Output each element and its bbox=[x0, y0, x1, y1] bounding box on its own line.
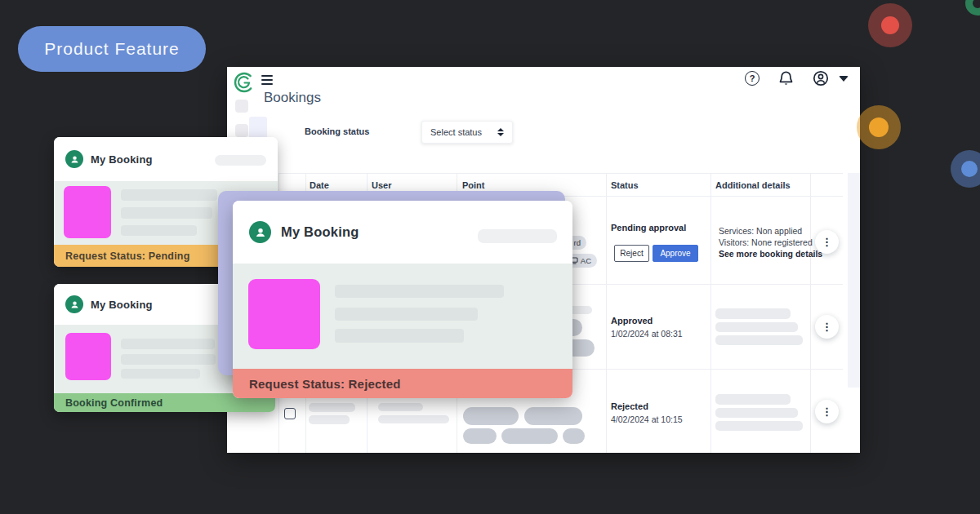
approve-button[interactable]: Approve bbox=[653, 245, 698, 262]
page-title: Bookings bbox=[264, 90, 321, 106]
placeholder-bar bbox=[715, 308, 791, 319]
placeholder-bar bbox=[121, 207, 212, 219]
placeholder-bar bbox=[121, 189, 217, 201]
placeholder-bar bbox=[378, 415, 449, 423]
row1-detail-visitors: Visitors: None registered bbox=[719, 237, 813, 248]
placeholder-bar bbox=[715, 408, 798, 418]
decorative-circle-green bbox=[965, 0, 980, 16]
placeholder-pill bbox=[501, 428, 558, 444]
status-bar-rejected: Request Status: Rejected bbox=[233, 369, 572, 398]
kebab-menu-icon: ⋮ bbox=[822, 405, 832, 418]
table-border bbox=[606, 173, 607, 453]
column-header-additional-details: Additional details bbox=[715, 180, 791, 190]
table-border bbox=[278, 173, 843, 174]
card-title: My Booking bbox=[281, 224, 359, 240]
row-menu-button[interactable]: ⋮ bbox=[815, 315, 839, 339]
placeholder-bar bbox=[335, 329, 464, 343]
select-arrows-icon bbox=[497, 128, 504, 136]
product-feature-badge: Product Feature bbox=[18, 26, 206, 72]
app-logo bbox=[234, 72, 255, 93]
column-header-point: Point bbox=[462, 180, 485, 190]
placeholder-bar bbox=[715, 394, 791, 405]
point-chip-label: rd bbox=[574, 238, 581, 247]
decorative-circle-orange-core bbox=[869, 117, 889, 137]
page: Product Feature ? bbox=[0, 0, 980, 514]
placeholder-pill bbox=[563, 428, 585, 444]
avatar-icon bbox=[249, 221, 271, 243]
placeholder-bar bbox=[121, 339, 215, 349]
hamburger-icon[interactable] bbox=[261, 75, 273, 85]
placeholder-bar bbox=[715, 322, 798, 332]
avatar-icon bbox=[65, 150, 83, 168]
table-border bbox=[710, 173, 711, 453]
placeholder-pill bbox=[463, 407, 519, 425]
placeholder-pill bbox=[463, 428, 497, 444]
row2-status: Approved bbox=[611, 316, 653, 326]
row-checkbox[interactable] bbox=[284, 408, 296, 419]
booking-image-placeholder bbox=[64, 186, 111, 238]
placeholder-bar bbox=[309, 403, 355, 412]
reject-button[interactable]: Reject bbox=[614, 245, 649, 262]
placeholder-bar bbox=[335, 285, 504, 298]
row3-status: Rejected bbox=[611, 401, 648, 411]
booking-image-placeholder bbox=[248, 279, 320, 349]
card-title: My Booking bbox=[91, 299, 153, 311]
column-header-date: Date bbox=[310, 180, 329, 190]
placeholder-bar bbox=[715, 335, 803, 345]
placeholder-bar bbox=[335, 308, 478, 321]
placeholder-pill bbox=[478, 229, 557, 243]
see-more-details-link[interactable]: See more booking details bbox=[719, 248, 822, 260]
status-select[interactable]: Select status bbox=[421, 121, 513, 144]
status-select-value: Select status bbox=[430, 127, 482, 137]
row2-timestamp: 1/02/2024 at 08:31 bbox=[611, 329, 683, 339]
table-border bbox=[810, 173, 811, 453]
booking-status-label: Booking status bbox=[305, 126, 369, 136]
kebab-menu-icon: ⋮ bbox=[822, 321, 832, 333]
account-button[interactable] bbox=[813, 70, 829, 86]
row-menu-button[interactable]: ⋮ bbox=[815, 400, 839, 423]
card-title: My Booking bbox=[91, 153, 153, 166]
sidebar-item[interactable] bbox=[235, 124, 248, 137]
kebab-menu-icon: ⋮ bbox=[822, 236, 832, 248]
row3-timestamp: 4/02/2024 at 10:15 bbox=[611, 414, 683, 424]
placeholder-bar bbox=[121, 225, 197, 236]
point-chip-label: AC bbox=[581, 256, 591, 265]
row1-status: Pending approval bbox=[611, 223, 686, 233]
placeholder-bar bbox=[121, 354, 216, 365]
row-menu-button[interactable]: ⋮ bbox=[815, 230, 839, 254]
placeholder-bar bbox=[378, 403, 423, 411]
scroll-gutter[interactable] bbox=[848, 173, 860, 388]
bell-icon bbox=[778, 70, 794, 86]
account-caret-icon[interactable] bbox=[839, 76, 849, 82]
decorative-circle-red-core bbox=[881, 16, 899, 34]
help-icon: ? bbox=[745, 71, 760, 86]
notifications-button[interactable] bbox=[777, 70, 794, 86]
help-button[interactable]: ? bbox=[744, 70, 760, 86]
placeholder-bar bbox=[715, 421, 803, 431]
booking-image-placeholder bbox=[65, 333, 111, 380]
user-icon bbox=[813, 70, 829, 86]
decorative-circle-blue-core bbox=[961, 161, 978, 177]
sidebar-item[interactable] bbox=[235, 100, 248, 113]
column-header-user: User bbox=[372, 180, 391, 190]
placeholder-pill bbox=[524, 407, 582, 425]
column-header-status: Status bbox=[611, 180, 639, 190]
row1-detail-services: Services: Non applied bbox=[719, 225, 802, 237]
placeholder-pill bbox=[215, 155, 266, 166]
booking-card-rejected: My Booking Request Status: Rejected bbox=[233, 201, 572, 398]
avatar-icon bbox=[65, 295, 83, 313]
placeholder-bar bbox=[309, 415, 350, 424]
placeholder-bar bbox=[121, 369, 200, 379]
